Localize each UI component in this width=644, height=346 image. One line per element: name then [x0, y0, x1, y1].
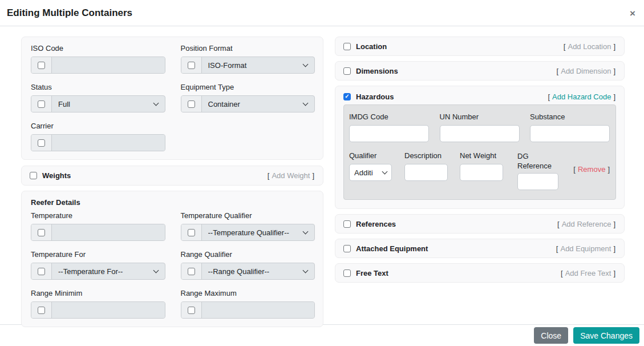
field-equipment-type: Equipment Type Container	[181, 83, 315, 112]
chevron-down-icon	[303, 62, 309, 67]
iso-code-checkbox[interactable]	[38, 62, 45, 69]
close-button[interactable]: Close	[534, 327, 568, 344]
general-fields-card: ISO Code Position Format	[21, 37, 323, 160]
bracket-open: [	[556, 244, 558, 253]
add-hazard-code-button[interactable]: [Add Hazard Code]	[548, 92, 615, 101]
reefer-details-heading: Reefer Details	[31, 198, 315, 207]
hazardous-section-label: Hazardous	[356, 92, 394, 101]
weights-section-label: Weights	[42, 171, 71, 180]
qualifier-select-value: Additi	[354, 168, 378, 177]
attached-equipment-checkbox[interactable]	[343, 245, 351, 252]
remove-hazard-button[interactable]: [Remove]	[573, 165, 610, 174]
bracket-open: [	[268, 171, 270, 180]
status-checkbox[interactable]	[38, 100, 45, 108]
add-free-text-button[interactable]: [Add Free Text]	[561, 269, 615, 277]
equipment-type-label: Equipment Type	[181, 83, 315, 92]
un-number-input[interactable]	[440, 125, 520, 142]
add-reference-button[interactable]: [Add Reference]	[557, 220, 615, 228]
chevron-down-icon	[153, 268, 159, 273]
range-minimum-label: Range Minimim	[31, 289, 165, 298]
carrier-checkbox[interactable]	[38, 139, 45, 147]
dimensions-section-label: Dimensions	[356, 67, 398, 75]
dimensions-checkbox[interactable]	[343, 67, 351, 75]
status-label: Status	[31, 83, 165, 92]
iso-code-input-group	[31, 57, 165, 74]
iso-code-input[interactable]	[52, 57, 165, 73]
status-select[interactable]: Full	[52, 96, 165, 112]
range-qualifier-checkbox[interactable]	[188, 268, 195, 275]
temperature-for-checkbox[interactable]	[38, 268, 45, 275]
field-status: Status Full	[31, 83, 165, 112]
bracket-close: ]	[613, 67, 615, 75]
equipment-type-input-group: Container	[181, 95, 315, 112]
checkbox-addon	[181, 57, 202, 73]
free-text-section-label: Free Text	[356, 269, 388, 277]
add-weight-button[interactable]: [Add Weight]	[268, 171, 314, 180]
field-temperature-qualifier: Temperature Qualifier --Temperature Qual…	[181, 211, 315, 241]
bracket-open: [	[557, 67, 559, 75]
modal-title: Editing Multiple Containers	[7, 7, 132, 18]
field-dg-reference: DG Reference	[517, 151, 558, 190]
add-reference-label: Add Reference	[562, 220, 611, 228]
references-section-row: References [Add Reference]	[335, 214, 625, 234]
qualifier-select[interactable]: Additi	[349, 164, 392, 181]
close-icon[interactable]: ×	[625, 6, 640, 22]
free-text-checkbox[interactable]	[343, 269, 351, 277]
checkbox-addon	[181, 96, 202, 112]
field-net-weight: Net Weight	[460, 151, 503, 181]
references-checkbox[interactable]	[343, 220, 351, 228]
attached-equipment-section-label: Attached Equipment	[356, 244, 428, 253]
bracket-open: [	[548, 92, 550, 101]
hazardous-section-row: ✓ Hazardous [Add Hazard Code]	[335, 86, 624, 104]
temperature-for-select-value: --Temperature For--	[58, 267, 149, 276]
field-range-maximum: Range Maximum	[181, 289, 315, 319]
chevron-down-icon	[303, 100, 309, 106]
net-weight-input[interactable]	[460, 164, 503, 181]
equipment-type-checkbox[interactable]	[188, 100, 195, 108]
bracket-close: ]	[613, 220, 615, 228]
temperature-qualifier-input-group: --Temperature Qualifier--	[181, 224, 315, 241]
save-changes-button[interactable]: Save Changes	[573, 327, 639, 344]
dg-reference-input[interactable]	[517, 173, 558, 190]
bracket-close: ]	[312, 171, 314, 180]
weights-checkbox[interactable]	[30, 172, 37, 179]
bracket-open: [	[573, 165, 576, 174]
equipment-type-select[interactable]: Container	[202, 96, 315, 112]
temperature-qualifier-checkbox[interactable]	[188, 229, 195, 236]
temperature-input[interactable]	[52, 224, 165, 240]
range-maximum-input[interactable]	[202, 302, 315, 318]
position-format-checkbox[interactable]	[188, 62, 195, 69]
add-dimension-button[interactable]: [Add Dimension]	[557, 67, 615, 75]
field-position-format: Position Format ISO-Format	[181, 44, 315, 74]
field-iso-code: ISO Code	[31, 44, 165, 74]
location-checkbox[interactable]	[343, 43, 351, 50]
checkbox-addon	[181, 224, 202, 240]
field-qualifier: Qualifier Additi	[349, 151, 392, 181]
temperature-input-group	[31, 224, 165, 241]
range-qualifier-select[interactable]: --Range Qualifier--	[202, 263, 315, 279]
bracket-open: [	[564, 42, 566, 51]
field-imdg-code: IMDG Code	[349, 112, 429, 142]
carrier-label: Carrier	[31, 122, 165, 131]
hazardous-checkbox[interactable]: ✓	[343, 93, 351, 100]
temperature-qualifier-select[interactable]: --Temperature Qualifier--	[202, 224, 315, 240]
position-format-label: Position Format	[181, 44, 315, 53]
temperature-for-select[interactable]: --Temperature For--	[52, 263, 165, 279]
remove-label: Remove	[578, 165, 605, 174]
add-location-button[interactable]: [Add Location]	[564, 42, 615, 51]
temperature-checkbox[interactable]	[38, 229, 45, 236]
description-input[interactable]	[404, 164, 448, 181]
range-minimum-input[interactable]	[52, 302, 165, 318]
substance-input[interactable]	[530, 125, 610, 142]
checkbox-addon	[31, 135, 52, 151]
position-format-select[interactable]: ISO-Format	[202, 57, 315, 73]
range-maximum-checkbox[interactable]	[188, 307, 195, 314]
add-equipment-button[interactable]: [Add Equipment]	[556, 244, 615, 253]
field-un-number: UN Number	[440, 112, 520, 142]
imdg-code-input[interactable]	[349, 125, 429, 142]
field-range-minimum: Range Minimim	[31, 289, 165, 319]
carrier-input[interactable]	[52, 135, 165, 151]
add-free-text-label: Add Free Text	[565, 269, 611, 277]
range-minimum-checkbox[interactable]	[38, 307, 45, 314]
iso-code-label: ISO Code	[31, 44, 165, 53]
